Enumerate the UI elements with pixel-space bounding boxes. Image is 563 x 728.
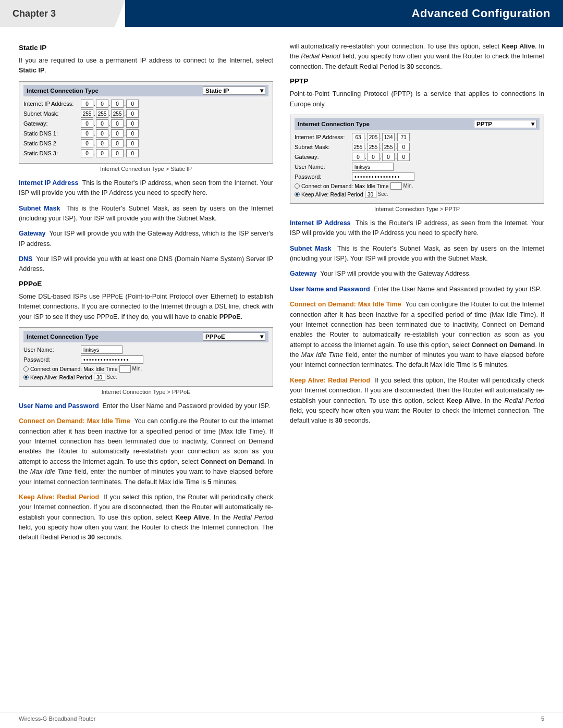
static-ip-heading: Static IP — [19, 44, 273, 52]
term-subnet: Subnet Mask This is the Router's Subnet … — [19, 204, 273, 224]
pptp-keep-alive-radio — [295, 192, 300, 197]
pptp-password-row: Password: •••••••••••••••• — [295, 172, 540, 181]
page-footer: Wireless-G Broadband Router 5 — [0, 712, 563, 722]
pppoe-section: PPPoE Some DSL-based ISPs use PPPoE (Poi… — [19, 280, 273, 543]
pptp-connect-on-demand-radio — [295, 183, 300, 189]
pptp-radio1-row: Connect on Demand: Max Idle Time Min. — [295, 182, 540, 190]
static-ip-intro: If you are required to use a permanent I… — [19, 56, 273, 76]
term-pptp-username: User Name and Password Enter the User Na… — [290, 285, 544, 294]
dns3-row: Static DNS 3: 0. 0. 0. 0 — [23, 149, 268, 157]
pptp-subnet-row: Subnet Mask: 255. 255. 255. 0 — [295, 143, 540, 151]
page-title: Advanced Configuration — [412, 7, 550, 20]
pptp-username-row: User Name: linksys — [295, 163, 540, 171]
pppoe-caption: Internet Connection Type > PPPoE — [19, 389, 273, 395]
page-title-bar: Advanced Configuration — [125, 0, 563, 27]
dns1-row: Static DNS 1: 0. 0. 0. 0 — [23, 129, 268, 138]
pptp-ip-row: Internet IP Address: 63. 205. 134. 71 — [295, 133, 540, 141]
page-header: Chapter 3 Advanced Configuration — [0, 0, 563, 27]
term-pptp-gateway: Gateway Your ISP will provide you with t… — [290, 269, 544, 279]
term-connect-on-demand: Connect on Demand: Max Idle Time You can… — [19, 416, 273, 487]
ip-addr-row: Internet IP Address: 0. 0. 0. 0 — [23, 100, 268, 108]
chapter-label: Chapter 3 — [0, 0, 115, 27]
left-column: Static IP If you are required to use a p… — [19, 42, 273, 548]
term-pptp-connect-on-demand: Connect on Demand: Max Idle Time You can… — [290, 300, 544, 371]
pppoe-screenshot-header: Internet Connection Type PPPoE — [23, 331, 268, 342]
pptp-section: PPTP Point-to-Point Tunneling Protocol (… — [290, 77, 544, 426]
pppoe-radio2-row: Keep Alive: Redial Period 30 Sec. — [23, 374, 268, 381]
pppoe-screenshot: Internet Connection Type PPPoE User Name… — [19, 327, 273, 387]
pptp-radio2-row: Keep Alive: Redial Period 30 Sec. — [295, 191, 540, 198]
pptp-gateway-row: Gateway: 0. 0. 0. 0 — [295, 153, 540, 161]
static-ip-caption: Internet Connection Type > Static IP — [19, 166, 273, 172]
pppoe-radio1-row: Connect on Demand: Max Idle Time Min. — [23, 365, 268, 373]
static-ip-section: Static IP If you are required to use a p… — [19, 44, 273, 275]
term-internet-ip: Internet IP Address This is the Router's… — [19, 178, 273, 199]
term-dns: DNS Your ISP will provide you with at le… — [19, 254, 273, 275]
connect-on-demand-radio — [23, 366, 29, 372]
pptp-intro: Point-to-Point Tunneling Protocol (PPTP)… — [290, 89, 544, 109]
term-pptp-keep-alive: Keep Alive: Redial Period If you select … — [290, 376, 544, 426]
pppoe-intro: Some DSL-based ISPs use PPPoE (Point-to-… — [19, 292, 273, 322]
gateway-row: Gateway: 0. 0. 0. 0 — [23, 119, 268, 128]
static-ip-screenshot-header: Internet Connection Type Static IP — [23, 85, 268, 96]
pptp-screenshot: Internet Connection Type PPTP Internet I… — [290, 115, 544, 204]
term-pppoe-username: User Name and Password Enter the User Na… — [19, 401, 273, 411]
pppoe-heading: PPPoE — [19, 280, 273, 288]
pptp-screenshot-header: Internet Connection Type PPTP — [295, 118, 540, 130]
pppoe-username-row: User Name: linksys — [23, 346, 268, 354]
term-pptp-ip: Internet IP Address This is the Router's… — [290, 218, 544, 239]
subnet-row: Subnet Mask: 255. 255. 255. 0 — [23, 109, 268, 118]
term-gateway: Gateway Your ISP will provide you with t… — [19, 229, 273, 249]
keepalive-continuation: will automatically re-establish your con… — [290, 42, 544, 72]
right-column: will automatically re-establish your con… — [290, 42, 544, 548]
term-keep-alive-left: Keep Alive: Redial Period If you select … — [19, 492, 273, 543]
pppoe-password-row: Password: •••••••••••••••• — [23, 355, 268, 364]
footer-left: Wireless-G Broadband Router — [19, 715, 95, 722]
main-content: Static IP If you are required to use a p… — [0, 27, 563, 561]
term-pptp-subnet: Subnet Mask This is the Router's Subnet … — [290, 244, 544, 264]
static-ip-screenshot: Internet Connection Type Static IP Inter… — [19, 81, 273, 164]
pptp-caption: Internet Connection Type > PPTP — [290, 206, 544, 212]
chapter-text: Chapter 3 — [13, 8, 56, 19]
keep-alive-radio — [23, 375, 29, 380]
dns2-row: Static DNS 2 0. 0. 0. 0 — [23, 139, 268, 147]
pptp-heading: PPTP — [290, 77, 544, 85]
footer-right: 5 — [541, 715, 544, 722]
